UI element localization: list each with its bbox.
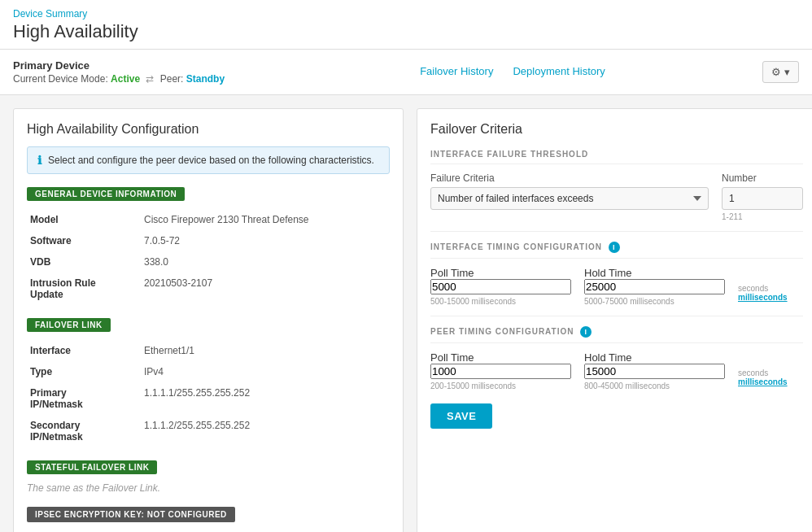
row-label: Software xyxy=(27,230,141,251)
tab-failover-history[interactable]: Failover History xyxy=(420,52,493,92)
table-row: VDB 338.0 xyxy=(27,251,390,273)
row-value: Cisco Firepower 2130 Threat Defense xyxy=(141,209,390,230)
primary-device-label: Primary Device xyxy=(13,59,263,72)
peer-timing-row: Poll Time 200-15000 milliseconds Hold Ti… xyxy=(430,351,803,390)
peer-hold-time-input[interactable] xyxy=(584,364,725,379)
failure-criteria-label: Failure Criteria xyxy=(430,172,709,184)
number-group: Number 1-211 xyxy=(722,172,803,221)
row-value: 7.0.5-72 xyxy=(141,230,390,251)
hold-time-label: Hold Time xyxy=(584,267,632,279)
poll-time-label: Poll Time xyxy=(430,267,474,279)
number-input[interactable] xyxy=(722,187,803,210)
peer-timing-label: PEER TIMING CONFIGURATION xyxy=(430,327,574,336)
row-label: Interface xyxy=(27,340,141,361)
nav-right: ⚙ ▾ xyxy=(762,61,799,83)
tab-deployment-history[interactable]: Deployment History xyxy=(513,52,605,92)
peer-poll-time-hint: 200-15000 milliseconds xyxy=(430,382,571,390)
poll-time-input[interactable] xyxy=(430,279,571,294)
row-value: 20210503-2107 xyxy=(141,273,390,305)
hold-time-hint: 5000-75000 milliseconds xyxy=(584,297,725,306)
row-label: Model xyxy=(27,209,141,230)
failover-section-badge: FAILOVER LINK xyxy=(27,318,111,332)
left-panel: High Availability Configuration ℹ Select… xyxy=(13,108,404,532)
interface-timing-section-label: INTERFACE TIMING CONFIGURATION i xyxy=(430,242,803,259)
failure-criteria-row: Failure Criteria Number of failed interf… xyxy=(430,172,803,221)
timing-unit-group: seconds milliseconds xyxy=(738,267,803,306)
peer-label: Peer: xyxy=(160,73,186,85)
peer-timing-seconds-label: seconds xyxy=(738,368,803,377)
peer-poll-time-group: Poll Time 200-15000 milliseconds xyxy=(430,351,571,390)
table-row: Interface Ethernet1/1 xyxy=(27,340,390,361)
row-label: Intrusion RuleUpdate xyxy=(27,273,141,305)
gear-button[interactable]: ⚙ ▾ xyxy=(762,61,799,83)
main-content: High Availability Configuration ℹ Select… xyxy=(0,95,812,532)
row-value: 1.1.1.1/255.255.255.252 xyxy=(141,382,390,415)
general-section-badge: GENERAL DEVICE INFORMATION xyxy=(27,187,185,201)
interface-timing-info-icon[interactable]: i xyxy=(609,242,620,253)
sync-icon: ⇄ xyxy=(146,73,154,85)
info-icon: ℹ xyxy=(37,154,41,167)
divider-2 xyxy=(430,316,803,316)
hold-time-input[interactable] xyxy=(584,279,725,294)
device-mode-row: Current Device Mode: Active ⇄ Peer: Stan… xyxy=(13,73,263,85)
peer-poll-time-label: Poll Time xyxy=(430,351,474,364)
banner-text: Select and configure the peer device bas… xyxy=(48,155,374,166)
timing-ms-link[interactable]: milliseconds xyxy=(738,293,803,302)
breadcrumb[interactable]: Device Summary xyxy=(13,8,799,20)
right-panel-title: Failover Criteria xyxy=(430,122,803,137)
peer-timing-info-icon[interactable]: i xyxy=(580,326,592,338)
table-row: Type IPv4 xyxy=(27,361,390,382)
peer-timing-section-label: PEER TIMING CONFIGURATION i xyxy=(430,326,803,343)
row-value: 338.0 xyxy=(141,251,390,273)
failure-criteria-select[interactable]: Number of failed interfaces exceeds xyxy=(430,187,709,210)
stateful-text: The same as the Failover Link. xyxy=(27,482,390,494)
save-button[interactable]: SAVE xyxy=(430,403,492,429)
left-panel-title: High Availability Configuration xyxy=(27,122,390,137)
hold-time-group: Hold Time 5000-75000 milliseconds xyxy=(584,267,725,306)
peer-timing-unit-group: seconds milliseconds xyxy=(738,351,803,390)
nav-device-info: Primary Device Current Device Mode: Acti… xyxy=(13,50,263,94)
device-mode-label: Current Device Mode: xyxy=(13,73,111,85)
number-range-hint: 1-211 xyxy=(722,212,803,221)
gear-icon: ⚙ xyxy=(771,66,781,78)
row-label: Type xyxy=(27,361,141,382)
peer-hold-time-label: Hold Time xyxy=(584,351,632,364)
row-value: 1.1.1.2/255.255.255.252 xyxy=(141,415,390,447)
stateful-section-badge: STATEFUL FAILOVER LINK xyxy=(27,460,157,474)
peer-hold-time-hint: 800-45000 milliseconds xyxy=(584,382,725,390)
failure-criteria-group: Failure Criteria Number of failed interf… xyxy=(430,172,709,210)
right-panel: Failover Criteria INTERFACE FAILURE THRE… xyxy=(417,108,812,532)
table-row: SecondaryIP/Netmask 1.1.1.2/255.255.255.… xyxy=(27,415,390,447)
table-row: Intrusion RuleUpdate 20210503-2107 xyxy=(27,273,390,305)
device-mode-value: Active xyxy=(111,73,140,85)
ipsec-badge: IPSEC ENCRYPTION KEY: NOT CONFIGURED xyxy=(27,507,235,522)
row-label: VDB xyxy=(27,251,141,273)
general-info-table: Model Cisco Firepower 2130 Threat Defens… xyxy=(27,209,390,305)
row-label: SecondaryIP/Netmask xyxy=(27,415,141,447)
nav-bar: Primary Device Current Device Mode: Acti… xyxy=(0,50,812,95)
table-row: PrimaryIP/Netmask 1.1.1.1/255.255.255.25… xyxy=(27,382,390,415)
failover-info-table: Interface Ethernet1/1 Type IPv4 PrimaryI… xyxy=(27,340,390,447)
page-header: Device Summary High Availability xyxy=(0,0,812,50)
poll-time-group: Poll Time 500-15000 milliseconds xyxy=(430,267,571,306)
poll-time-hint: 500-15000 milliseconds xyxy=(430,297,571,306)
number-label: Number xyxy=(722,172,803,184)
timing-seconds-label: seconds xyxy=(738,284,803,293)
interface-failure-section-label: INTERFACE FAILURE THRESHOLD xyxy=(430,150,803,164)
nav-tabs: Failover History Deployment History xyxy=(263,52,762,92)
page-title: High Availability xyxy=(13,21,799,42)
peer-hold-time-group: Hold Time 800-45000 milliseconds xyxy=(584,351,725,390)
row-label: PrimaryIP/Netmask xyxy=(27,382,141,415)
row-value: Ethernet1/1 xyxy=(141,340,390,361)
table-row: Software 7.0.5-72 xyxy=(27,230,390,251)
row-value: IPv4 xyxy=(141,361,390,382)
chevron-down-icon: ▾ xyxy=(784,66,790,78)
table-row: Model Cisco Firepower 2130 Threat Defens… xyxy=(27,209,390,230)
peer-timing-ms-link[interactable]: milliseconds xyxy=(738,377,803,386)
peer-poll-time-input[interactable] xyxy=(430,364,571,379)
interface-timing-row: Poll Time 500-15000 milliseconds Hold Ti… xyxy=(430,267,803,306)
peer-value: Standby xyxy=(186,73,225,85)
info-banner: ℹ Select and configure the peer device b… xyxy=(27,146,390,174)
interface-timing-label: INTERFACE TIMING CONFIGURATION xyxy=(430,242,602,251)
divider-1 xyxy=(430,231,803,232)
